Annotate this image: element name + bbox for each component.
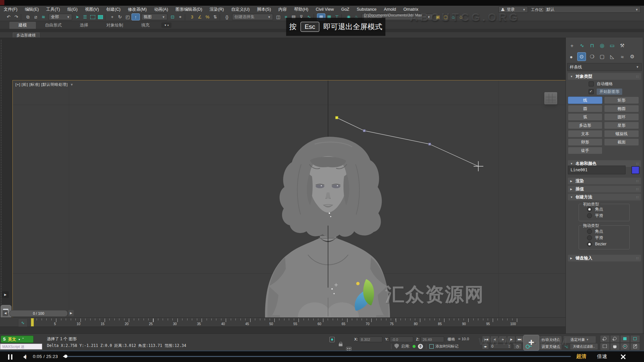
use-pivot-center-icon[interactable]: ⊡ [169,13,176,20]
set-key-button[interactable]: 设置关键点 [540,344,561,350]
menu-item[interactable]: 修改器(M) [124,6,150,13]
motion-tab-icon[interactable]: ◎ [598,42,606,50]
rollout-keyboard-entry[interactable]: ▶ 键盘输入 ∷ [568,255,641,261]
window-crossing-toggle-icon[interactable] [97,13,104,20]
utilities-tab-icon[interactable]: ⚒ [618,42,626,50]
select-and-place-icon[interactable]: ↑ [131,13,140,20]
snap-toggle-3d-icon[interactable]: 3 [188,13,196,20]
radio-option[interactable]: 角点 [587,228,606,234]
open-panel-button[interactable]: ▶ [2,291,9,298]
start-new-shape-row[interactable]: 开始新图形 [589,88,622,95]
current-frame-marker[interactable] [31,318,34,326]
render-setup-icon[interactable]: ▣ [434,13,442,20]
volume-button[interactable]: ) [21,354,28,360]
shape-button[interactable]: 截面 [604,138,639,146]
radio-option[interactable]: Bezier [587,241,606,247]
time-configuration-button[interactable]: ◷ [514,344,521,349]
x-coordinate-field[interactable]: 8.302 [359,337,382,342]
maximize-viewport-toggle-icon[interactable] [631,343,640,350]
toolbar-separator[interactable] [21,14,23,20]
modify-tab-icon[interactable]: ∿ [578,42,586,50]
spinner-snap-icon[interactable]: ⇅ [211,13,219,20]
rollout-creation-method[interactable]: ▼ 创建方法 ∷ [568,194,641,200]
shape-button[interactable]: 文本 [568,130,602,137]
mirror-icon[interactable]: ◫ [274,13,282,20]
shape-button[interactable]: 线 [568,97,602,104]
key-mode-toggle-button[interactable]: ◀▶ [482,344,488,349]
go-to-start-button[interactable]: |◀◀ [482,336,490,342]
menu-item[interactable]: 自定义(U) [227,6,253,13]
ribbon-tab[interactable]: 自由形式 [36,22,71,29]
helpers-category-icon[interactable]: ◺ [608,53,616,61]
front-viewport[interactable]: [+] [前] [标准] [默认明暗处理] ▼ 汇众资源网 [12,80,566,347]
start-new-shape-checkbox[interactable] [589,89,594,94]
shape-button[interactable]: 椭圆 [604,105,639,112]
frame-counter-field[interactable]: 0 / 100 [9,310,68,317]
select-and-scale-icon[interactable]: ◰ [124,13,131,20]
scene-safety-shield-icon[interactable] [394,344,399,349]
menu-item[interactable]: Civil View [312,6,337,13]
previous-frame-button[interactable]: ◀| [491,336,498,342]
mini-curve-editor-button[interactable]: ∿ [18,318,28,327]
next-frame-arrow-button[interactable]: ▶ [68,310,74,316]
shape-button[interactable]: 弧 [568,113,602,121]
time-slider-ruler[interactable]: ∿ 05101520253035404550556065707580859095… [0,317,567,327]
zoom-extents-all-icon[interactable] [631,336,640,342]
selected-filter-dropdown[interactable]: 选定对象 ▼ [564,336,596,343]
menu-item[interactable]: Ornatrix [400,6,422,13]
bind-to-space-warp-icon[interactable]: ≋ [40,13,47,20]
create-tab-icon[interactable]: ＋ [568,42,576,50]
rollout-object-type[interactable]: ▼ 对象类型 ∷ [568,73,641,80]
shape-button[interactable]: 卵形 [568,138,602,146]
menu-item[interactable]: 渲染(R) [206,6,227,13]
play-button[interactable]: ▶ [499,336,506,342]
ribbon-tab[interactable]: 建模 [9,22,36,29]
shape-button[interactable]: 矩形 [604,97,639,104]
zoom-icon[interactable] [600,336,609,342]
percent-snap-icon[interactable]: % [204,13,211,20]
named-selection-set-field[interactable]: 创建选择集 ▼ [232,14,273,20]
sign-in-dropdown[interactable]: 👤︎ 登录 ▼ [498,6,528,13]
ime-language-bar[interactable]: S 英文 ● ” [1,336,34,343]
radio-option[interactable]: 平滑 [587,235,606,241]
menu-item[interactable]: 动画(A) [150,6,172,13]
menu-item[interactable]: 编辑(E) [21,6,43,13]
rollout-rendering[interactable]: ▶ 渲染 ∷ [568,178,641,184]
shape-button[interactable]: 多边形 [568,122,602,129]
select-object-icon[interactable]: ➤ [73,13,81,20]
rectangular-selection-region-icon[interactable] [89,13,97,20]
render-production-icon[interactable]: ♨ [449,13,457,20]
shape-button[interactable]: 圆 [568,105,602,112]
ribbon-panel-polygon-modeling[interactable]: 多边形建模 [13,33,40,38]
key-filters-button[interactable]: 关键点过滤器.. [570,344,598,350]
angle-snap-icon[interactable]: ∠ [196,13,204,20]
reference-coordinate-system-dropdown[interactable]: 视图 ▼ [141,14,167,20]
set-key-big-button[interactable]: + [523,335,539,351]
pause-button[interactable] [8,354,13,360]
unlink-selection-icon[interactable]: ⧄ [32,13,40,20]
geometry-category-icon[interactable]: ● [567,53,575,61]
add-time-tag-label[interactable]: 添加时间标记 [435,344,459,349]
ribbon-tab[interactable]: 填充 [132,22,159,29]
previous-frame-arrow-button[interactable]: ◀ [3,310,8,316]
shape-button[interactable]: 星形 [604,122,639,129]
selection-filter-dropdown[interactable]: 全部 ▼ [49,14,72,20]
shape-button[interactable]: 螺旋线 [604,130,639,137]
video-progress-knob[interactable] [64,355,67,358]
autogrid-checkbox-row[interactable]: 自动栅格 [589,81,613,87]
radio-option[interactable]: 角点 [587,206,603,212]
radio-option[interactable]: 平滑 [587,213,603,219]
zoom-extents-icon[interactable] [621,336,630,342]
display-tab-icon[interactable]: ▭ [608,42,616,50]
zoom-all-icon[interactable] [610,336,620,342]
shape-button[interactable]: 圆环 [604,113,639,121]
menu-item[interactable]: Arnold [380,6,400,13]
maxscript-mini-listener[interactable]: MAXScript 迷 [0,344,42,350]
menu-item[interactable]: 文件(F) [0,6,21,13]
quality-button[interactable]: 超清 [576,353,586,360]
systems-category-icon[interactable]: ⚙ [628,53,636,61]
menu-item[interactable]: 图形编辑器(D) [172,6,206,13]
ribbon-tab[interactable]: 对象绘制 [97,22,132,29]
menu-item[interactable]: Substance [353,6,380,13]
auto-key-button[interactable]: 自动关键点 [540,336,561,343]
